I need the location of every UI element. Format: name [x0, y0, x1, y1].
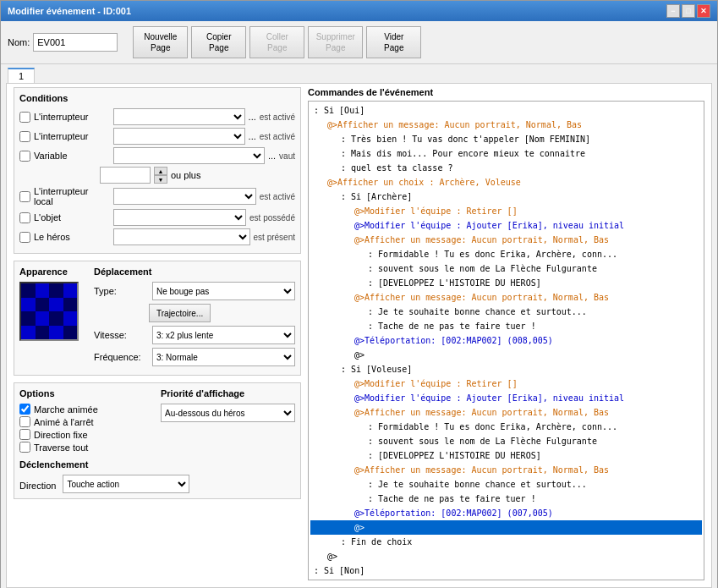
cmd-line[interactable]: : Tache de ne pas te faire tuer !	[310, 319, 702, 333]
traj-btn-row: Trajectoire...	[94, 304, 295, 326]
cmd-line[interactable]: : Je te souhaite bonne chance et surtout…	[310, 477, 702, 492]
priority-select[interactable]: En-dessous des tuiles Au-dessous du héro…	[161, 404, 295, 422]
checker-cell	[49, 283, 63, 298]
cmd-line[interactable]: @>Afficher un message: Aucun portrait, N…	[310, 118, 702, 132]
cmd-line[interactable]: : Fin de choix	[310, 535, 702, 549]
coller-page-button[interactable]: CollerPage	[249, 26, 304, 58]
direction-fixe-checkbox[interactable]	[19, 429, 30, 440]
title-controls: − □ ✕	[666, 4, 710, 18]
cmd-line[interactable]: : Je te souhaite bonne chance et surtout…	[310, 305, 702, 319]
name-label: Nom:	[8, 37, 30, 47]
cond-status-4: est activé	[260, 192, 295, 201]
commands-box[interactable]: : Si [Oui]@>Afficher un message: Aucun p…	[308, 101, 704, 580]
cond-checkbox-4[interactable]	[19, 191, 30, 202]
cmd-line[interactable]: @>Afficher un message: Aucun portrait, N…	[310, 233, 702, 247]
condition-row-2: L'interrupteur ... est activé	[19, 128, 295, 145]
cond-number-row: ▲ ▼ ou plus	[100, 167, 295, 184]
type-label: Type:	[94, 286, 149, 296]
tab-1[interactable]: 1	[8, 68, 35, 83]
cmd-line[interactable]: : Si [Oui]	[310, 103, 702, 118]
anime-arret-checkbox[interactable]	[19, 416, 30, 427]
apparence-deplacement-section: Apparence	[14, 261, 301, 376]
frequence-select[interactable]: 1: La plus basse 2: Basse 3: Normale 4: …	[152, 348, 295, 366]
anime-arret-row: Animé à l'arrêt	[19, 416, 154, 427]
marche-animee-checkbox[interactable]	[19, 404, 30, 415]
vider-page-button[interactable]: ViderPage	[366, 26, 421, 58]
cmd-line[interactable]: @>Afficher un message: Aucun portrait, N…	[310, 290, 702, 305]
cmd-line[interactable]: : [DEVELOPPEZ L'HISTOIRE DU HEROS]	[310, 448, 702, 463]
cond-status-3: vaut	[279, 151, 295, 161]
main-window: Modifier événement - ID:001 − □ ✕ Nom: N…	[0, 0, 718, 588]
cmd-line[interactable]: : souvent sous le nom de La Flèche Fulgu…	[310, 261, 702, 276]
toolbar-buttons: NouvellePage CopierPage CollerPage Suppr…	[133, 26, 421, 58]
cond-number-input[interactable]	[100, 167, 151, 184]
minimize-button[interactable]: −	[666, 4, 680, 18]
cmd-line[interactable]: @>Modifier l'équipe : Ajouter [Erika], n…	[310, 218, 702, 233]
cond-dropdown-1[interactable]	[113, 108, 245, 125]
supprimer-page-button[interactable]: SupprimerPage	[308, 26, 363, 58]
deplacement-title: Déplacement	[94, 267, 295, 277]
cmd-line[interactable]: @>Modifier l'équipe : Retirer []	[310, 376, 702, 391]
checker-cell	[21, 298, 36, 312]
close-button[interactable]: ✕	[697, 4, 710, 18]
condition-row-3: Variable ... vaut	[19, 147, 295, 164]
cmd-line[interactable]: : Très bien ! Tu vas donc t'appeler [Nom…	[310, 132, 702, 146]
nouvelle-page-button[interactable]: NouvellePage	[133, 26, 188, 58]
direction-label: Direction	[19, 481, 56, 491]
cond-dropdown-5[interactable]	[113, 209, 246, 226]
cmd-line[interactable]: : Formidable ! Tu es donc Erika, Archère…	[310, 420, 702, 434]
cmd-line[interactable]: : [DEVELOPPEZ L'HISTOIRE DU HEROS]	[310, 276, 702, 290]
priority-box: Priorité d'affichage En-dessous des tuil…	[161, 388, 295, 454]
cond-dropdown-3[interactable]	[113, 147, 265, 164]
cmd-line[interactable]: : Formidable ! Tu es donc Erika, Archère…	[310, 247, 702, 261]
trajectoire-button[interactable]: Trajectoire...	[149, 304, 211, 322]
cmd-line[interactable]: @>	[310, 348, 702, 362]
maximize-button[interactable]: □	[682, 4, 695, 18]
tabs: 1	[1, 64, 717, 83]
vitesse-select[interactable]: 1: x4 plus lente 2: x3 plus lente 3: x2 …	[152, 326, 295, 344]
cond-checkbox-5[interactable]	[19, 212, 30, 223]
vitesse-label: Vitesse:	[94, 330, 149, 340]
cmd-line[interactable]: @>Modifier l'équipe : Ajouter [Erika], n…	[310, 391, 702, 405]
cond-label-1: L'interrupteur	[34, 112, 110, 122]
checker-cell	[36, 311, 50, 326]
cond-checkbox-6[interactable]	[19, 232, 30, 243]
spin-down[interactable]: ▼	[154, 175, 167, 184]
cmd-line[interactable]: : Si [Voleuse]	[310, 362, 702, 376]
options-box: Options Marche animée Animé à l'arrêt Di…	[19, 388, 154, 454]
cmd-line[interactable]: @>Téléportation: [002:MAP002] (007,005)	[310, 506, 702, 520]
marche-animee-row: Marche animée	[19, 404, 154, 415]
cmd-line[interactable]: @>	[310, 520, 702, 535]
cmd-line[interactable]: @>Afficher un choix : Archère, Voleuse	[310, 175, 702, 190]
cmd-line[interactable]: : souvent sous le nom de La Flèche Fulgu…	[310, 434, 702, 448]
cmd-line[interactable]: : Si [Non]	[310, 563, 702, 578]
declenchement-select[interactable]: Touche action Contact du héros Contact d…	[63, 475, 189, 493]
traverse-tout-checkbox[interactable]	[19, 442, 30, 453]
cond-dropdown-2[interactable]	[113, 128, 245, 145]
cmd-line[interactable]: : Mais dis moi... Pour encore mieux te c…	[310, 146, 702, 161]
cmd-line[interactable]: : Tache de ne pas te faire tuer !	[310, 492, 702, 506]
apparence-canvas[interactable]	[19, 282, 79, 341]
cond-checkbox-1[interactable]	[19, 112, 30, 123]
cmd-line[interactable]: @>Afficher un message: Aucun portrait, N…	[310, 405, 702, 420]
cond-checkbox-3[interactable]	[19, 151, 30, 162]
copier-page-button[interactable]: CopierPage	[191, 26, 246, 58]
cond-dropdown-4[interactable]	[113, 188, 256, 205]
name-input[interactable]	[33, 33, 118, 52]
main-content: Conditions L'interrupteur ... est activé…	[6, 83, 712, 588]
cmd-line[interactable]: : Si [Archère]	[310, 190, 702, 204]
type-select[interactable]: Ne bouge pas Aléatoire Vers le héros Rou…	[152, 282, 295, 300]
spin-up[interactable]: ▲	[154, 167, 167, 175]
cmd-line[interactable]: @>	[310, 549, 702, 563]
cond-dropdown-6[interactable]	[113, 228, 250, 245]
cond-checkbox-2[interactable]	[19, 131, 30, 142]
cond-status-5: est possédé	[249, 213, 295, 223]
cond-label-3: Variable	[34, 151, 110, 161]
cmd-line[interactable]: : quel est ta classe ?	[310, 161, 702, 175]
cmd-line[interactable]: @>Afficher un message: Aucun portrait, N…	[310, 463, 702, 477]
checker-cell	[36, 283, 50, 298]
cmd-line[interactable]: @>Téléportation: [002:MAP002] (008,005)	[310, 333, 702, 348]
checker-cell	[36, 326, 50, 340]
cmd-line[interactable]: @>Modifier l'équipe : Retirer []	[310, 204, 702, 218]
title-bar: Modifier événement - ID:001 − □ ✕	[1, 1, 717, 21]
